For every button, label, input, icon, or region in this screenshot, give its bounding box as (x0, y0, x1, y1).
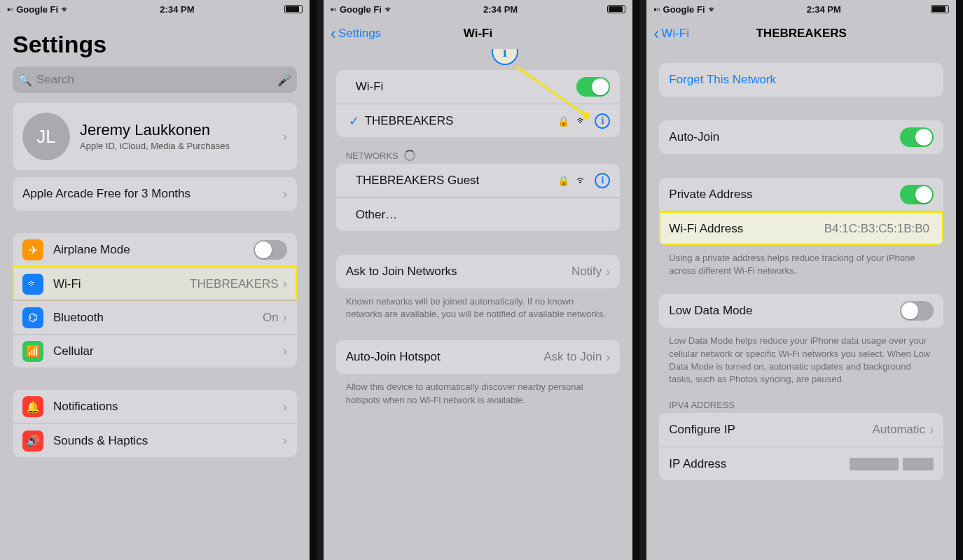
chevron-right-icon: › (283, 130, 287, 144)
configure-ip-value: Automatic (872, 423, 925, 437)
checkmark-icon: ✓ (349, 113, 359, 129)
wifi-icon: ᯤ (384, 4, 394, 15)
chevron-left-icon: ‹ (331, 24, 336, 43)
airplane-icon: ✈ (22, 239, 43, 260)
annotation-info-highlight: i (492, 49, 518, 65)
mic-icon: 🎤 (277, 74, 291, 87)
back-label: Settings (338, 27, 381, 41)
wifi-toggle-label: Wi-Fi (346, 80, 577, 94)
chevron-right-icon: › (283, 187, 287, 202)
wifi-row[interactable]: ᯤ Wi-Fi THEBREAKERS › (13, 267, 297, 300)
wifi-toggle[interactable] (576, 77, 610, 97)
forget-network-row[interactable]: Forget This Network (659, 63, 943, 97)
chevron-left-icon: ‹ (653, 24, 659, 43)
airplane-mode-row[interactable]: ✈ Airplane Mode (13, 233, 297, 267)
bluetooth-row[interactable]: ⌬ Bluetooth On › (13, 300, 297, 334)
wifi-signal-icon: ᯤ (576, 115, 588, 127)
private-address-row: Private Address (659, 178, 943, 211)
signal-bars-icon: ▪▫ (653, 4, 660, 15)
status-bar: ▪▫Google Fiᯤ 2:34 PM (324, 0, 633, 18)
spinner-icon (404, 150, 415, 161)
bell-icon: 🔔 (22, 396, 43, 417)
network-name: THEBREAKERS Guest (346, 174, 558, 188)
bluetooth-icon: ⌬ (22, 307, 43, 328)
signal-bars-icon: ▪▫ (331, 4, 337, 15)
airplane-label: Airplane Mode (53, 243, 254, 257)
clock: 2:34 PM (70, 4, 284, 15)
auto-hotspot-value: Ask to Join (543, 350, 602, 364)
connected-network-row[interactable]: ✓ THEBREAKERS 🔒 ᯤ i (336, 104, 621, 137)
carrier-label: Google Fi (340, 4, 382, 15)
airplane-toggle[interactable] (254, 240, 287, 260)
wifi-address-label: Wi-Fi Address (669, 222, 824, 236)
chevron-right-icon: › (283, 310, 287, 325)
ipv4-header: IPV4 ADDRESS (669, 400, 934, 410)
nav-bar: ‹Wi-Fi THEBREAKERS (646, 18, 956, 49)
wifi-address-row: Wi-Fi Address B4:1C:B3:C5:1B:B0 (659, 211, 943, 245)
lock-icon: 🔒 (557, 175, 569, 186)
wifi-icon: ᯤ (61, 4, 70, 15)
wifi-signal-icon: ᯤ (576, 174, 588, 187)
clock: 2:34 PM (394, 4, 608, 15)
screen-wifi-list: ▪▫Google Fiᯤ 2:34 PM ‹Settings Wi-Fi i W… (324, 0, 640, 560)
chevron-right-icon: › (283, 344, 287, 358)
cellular-label: Cellular (53, 344, 283, 358)
chevron-right-icon: › (283, 276, 287, 291)
account-name: Jeremy Laukkonen (80, 121, 283, 139)
info-icon: i (492, 49, 518, 65)
connected-network-name: THEBREAKERS (365, 114, 558, 128)
clock: 2:34 PM (717, 4, 931, 15)
chevron-right-icon: › (283, 400, 287, 414)
network-row-guest[interactable]: THEBREAKERS Guest 🔒 ᯤ i (336, 164, 621, 197)
avatar: JL (22, 113, 70, 160)
notifications-label: Notifications (53, 400, 283, 414)
low-data-toggle[interactable] (900, 301, 934, 321)
battery-icon (607, 5, 625, 13)
configure-ip-label: Configure IP (669, 423, 872, 437)
bluetooth-label: Bluetooth (53, 311, 263, 325)
chevron-right-icon: › (929, 423, 934, 438)
screen-network-detail: ▪▫Google Fiᯤ 2:34 PM ‹Wi-Fi THEBREAKERS … (646, 0, 963, 560)
back-button[interactable]: ‹Settings (331, 24, 381, 43)
apple-id-row[interactable]: JL Jeremy Laukkonen Apple ID, iCloud, Me… (13, 103, 297, 170)
cellular-row[interactable]: 📶 Cellular › (13, 334, 297, 368)
auto-hotspot-row[interactable]: Auto-Join Hotspot Ask to Join › (336, 340, 621, 374)
search-text-field[interactable] (36, 73, 273, 87)
hotspot-footer: Allow this device to automatically disco… (346, 381, 611, 406)
chevron-right-icon: › (606, 265, 610, 279)
wifi-master-toggle-row: Wi-Fi (336, 70, 621, 104)
low-data-row: Low Data Mode (659, 294, 943, 328)
carrier-label: Google Fi (663, 4, 705, 15)
cellular-icon: 📶 (22, 341, 43, 362)
search-input[interactable]: 🔍 🎤 (13, 66, 297, 93)
battery-icon (931, 5, 949, 13)
promo-label: Apple Arcade Free for 3 Months (22, 187, 283, 201)
auto-join-row: Auto-Join (659, 120, 943, 154)
status-bar: ▪▫Google Fiᯤ 2:34 PM (0, 0, 310, 18)
page-title: Settings (0, 18, 310, 64)
ask-to-join-row[interactable]: Ask to Join Networks Notify › (336, 255, 621, 288)
ask-join-label: Ask to Join Networks (346, 265, 571, 279)
promo-row[interactable]: Apple Arcade Free for 3 Months › (13, 177, 297, 211)
auto-hotspot-label: Auto-Join Hotspot (346, 350, 544, 364)
auto-join-label: Auto-Join (669, 130, 900, 144)
auto-join-toggle[interactable] (900, 127, 934, 147)
configure-ip-row[interactable]: Configure IP Automatic › (659, 413, 943, 447)
search-icon: 🔍 (18, 74, 32, 87)
nav-title: THEBREAKERS (756, 27, 846, 41)
status-bar: ▪▫Google Fiᯤ 2:34 PM (646, 0, 956, 18)
private-address-label: Private Address (669, 188, 900, 202)
sounds-row[interactable]: 🔊 Sounds & Haptics › (13, 424, 297, 457)
info-button[interactable]: i (595, 113, 610, 129)
back-button[interactable]: ‹Wi-Fi (653, 24, 689, 43)
info-button[interactable]: i (595, 173, 610, 188)
ask-join-value: Notify (571, 265, 602, 279)
low-data-label: Low Data Mode (669, 304, 900, 318)
back-label: Wi-Fi (661, 27, 689, 41)
notifications-row[interactable]: 🔔 Notifications › (13, 390, 297, 424)
chevron-right-icon: › (283, 433, 287, 448)
wifi-label: Wi-Fi (53, 277, 190, 291)
private-address-toggle[interactable] (900, 185, 934, 204)
ip-address-label: IP Address (669, 457, 850, 471)
network-row-other[interactable]: Other… (336, 197, 621, 231)
